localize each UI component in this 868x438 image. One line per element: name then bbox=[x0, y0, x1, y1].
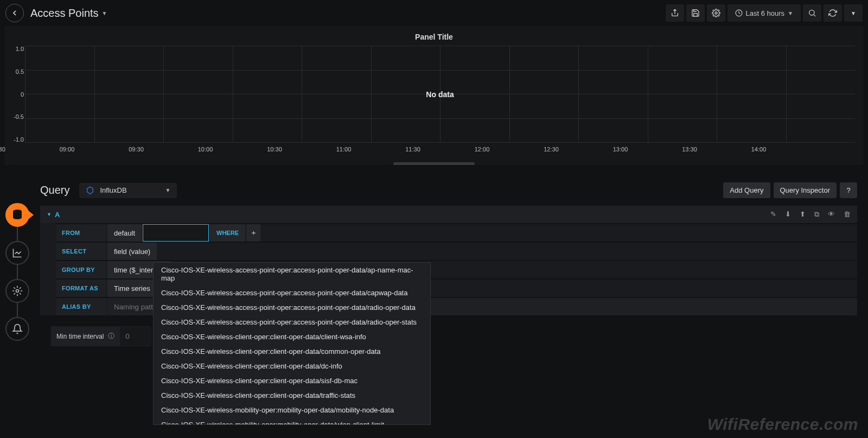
back-button[interactable] bbox=[5, 4, 24, 22]
page-title-text: Access Points bbox=[30, 7, 99, 20]
query-header[interactable]: ▼ A ✎ ⬇ ⬆ ⧉ 👁 🗑 bbox=[40, 206, 857, 223]
query-tools: ✎ ⬇ ⬆ ⧉ 👁 🗑 bbox=[770, 210, 851, 219]
y-tick: -0.5 bbox=[12, 113, 24, 120]
y-tick: 0.5 bbox=[12, 68, 24, 75]
add-query-button[interactable]: Add Query bbox=[723, 182, 770, 198]
toggle-visibility-icon[interactable]: 👁 bbox=[828, 210, 835, 219]
query-letter-text: A bbox=[55, 211, 60, 219]
x-tick: 11:00 bbox=[336, 146, 406, 153]
chart[interactable]: 1.0 0.5 0 -0.5 -1.0 No data 08:30 09:00 … bbox=[25, 46, 855, 151]
edit-icon[interactable]: ✎ bbox=[770, 210, 776, 219]
x-tick: 08:30 bbox=[0, 146, 60, 153]
chevron-down-icon: ▼ bbox=[47, 212, 52, 217]
min-interval-label: Min time interval bbox=[56, 333, 104, 340]
editor-side-tabs bbox=[5, 203, 29, 341]
x-tick: 10:30 bbox=[267, 146, 336, 153]
tab-general[interactable] bbox=[5, 279, 29, 303]
refresh-button[interactable] bbox=[824, 4, 842, 22]
dropdown-item[interactable]: Cisco-IOS-XE-wireless-access-point-oper:… bbox=[154, 285, 430, 300]
clock-icon bbox=[735, 9, 743, 17]
topbar: Access Points ▼ Last 6 hours ▼ ▼ bbox=[0, 0, 868, 26]
x-tick: 09:30 bbox=[129, 146, 198, 153]
editor-title: Query bbox=[40, 184, 69, 196]
dropdown-item[interactable]: Cisco-IOS-XE-wireless-access-point-oper:… bbox=[154, 263, 430, 285]
dropdown-item[interactable]: Cisco-IOS-XE-wireless-client-oper:client… bbox=[154, 359, 430, 373]
measurement-input[interactable] bbox=[143, 224, 209, 242]
y-axis-ticks: 1.0 0.5 0 -0.5 -1.0 bbox=[12, 46, 24, 143]
arrow-left-icon bbox=[10, 9, 19, 17]
x-tick: 13:30 bbox=[682, 146, 751, 153]
where-label: WHERE bbox=[210, 224, 245, 242]
svg-point-0 bbox=[715, 12, 717, 14]
save-button[interactable] bbox=[686, 4, 705, 22]
no-data-label: No data bbox=[426, 90, 454, 99]
chevron-down-icon: ▼ bbox=[851, 10, 856, 16]
tab-alert[interactable] bbox=[5, 317, 29, 341]
x-tick: 12:00 bbox=[475, 146, 544, 153]
refresh-icon bbox=[828, 9, 837, 17]
gear-icon bbox=[12, 285, 23, 296]
chevron-down-icon: ▼ bbox=[165, 187, 171, 193]
x-axis-ticks: 08:30 09:00 09:30 10:00 10:30 11:00 11:3… bbox=[25, 146, 855, 153]
select-field[interactable]: field (value) bbox=[107, 243, 157, 260]
scrollbar[interactable] bbox=[393, 162, 475, 165]
tab-query[interactable] bbox=[5, 203, 29, 227]
dropdown-item[interactable]: Cisco-IOS-XE-wireless-client-oper:client… bbox=[154, 329, 430, 344]
search-icon bbox=[808, 9, 816, 17]
move-up-icon[interactable]: ⬆ bbox=[800, 210, 806, 219]
dropdown-item[interactable]: Cisco-IOS-XE-wireless-access-point-oper:… bbox=[154, 300, 430, 315]
x-tick: 10:00 bbox=[198, 146, 267, 153]
zoom-out-button[interactable] bbox=[803, 4, 821, 22]
y-tick: -1.0 bbox=[12, 136, 24, 143]
query-inspector-button[interactable]: Query Inspector bbox=[774, 182, 837, 198]
datasource-selector[interactable]: InfluxDB ▼ bbox=[79, 183, 177, 198]
chevron-down-icon: ▼ bbox=[788, 10, 793, 16]
settings-button[interactable] bbox=[707, 4, 725, 22]
share-icon bbox=[671, 9, 679, 17]
x-tick: 09:00 bbox=[60, 146, 129, 153]
dropdown-item[interactable]: Cisco-IOS-XE-wireless-client-oper:client… bbox=[154, 388, 430, 403]
refresh-interval-button[interactable]: ▼ bbox=[844, 4, 863, 22]
dropdown-item[interactable]: Cisco-IOS-XE-wireless-client-oper:client… bbox=[154, 344, 430, 359]
influxdb-icon bbox=[86, 186, 94, 195]
gear-icon bbox=[712, 9, 720, 17]
measurement-dropdown: Cisco-IOS-XE-wireless-access-point-oper:… bbox=[153, 262, 431, 425]
dropdown-item[interactable]: Cisco-IOS-XE-wireless-client-oper:client… bbox=[154, 373, 430, 388]
x-tick: 14:00 bbox=[751, 146, 821, 153]
x-tick: 11:30 bbox=[405, 146, 475, 153]
database-icon bbox=[11, 209, 23, 221]
help-button[interactable]: ? bbox=[840, 182, 857, 198]
time-range-text: Last 6 hours bbox=[746, 9, 785, 17]
select-label: SELECT bbox=[56, 243, 106, 260]
tab-visualization[interactable] bbox=[5, 241, 29, 265]
delete-icon[interactable]: 🗑 bbox=[844, 210, 851, 219]
dropdown-item[interactable]: Cisco-IOS-XE-wireless-mobility-oper:mobi… bbox=[154, 417, 430, 425]
from-label: FROM bbox=[56, 224, 106, 242]
svg-point-2 bbox=[809, 10, 814, 15]
query-letter: ▼ A bbox=[47, 211, 60, 219]
groupby-label: GROUP BY bbox=[56, 261, 106, 278]
dropdown-item[interactable]: Cisco-IOS-XE-wireless-mobility-oper:mobi… bbox=[154, 403, 430, 417]
add-where-button[interactable]: ＋ bbox=[246, 224, 260, 242]
panel: Panel Title 1.0 0.5 0 -0.5 -1.0 No data … bbox=[4, 26, 864, 165]
retention-policy[interactable]: default bbox=[107, 224, 142, 242]
info-icon[interactable]: ⓘ bbox=[108, 332, 114, 341]
dropdown-item[interactable]: Cisco-IOS-XE-wireless-access-point-oper:… bbox=[154, 315, 430, 329]
duplicate-icon[interactable]: ⧉ bbox=[814, 210, 819, 219]
chevron-down-icon: ▼ bbox=[102, 10, 107, 16]
svg-point-4 bbox=[16, 290, 19, 293]
save-icon bbox=[691, 9, 700, 17]
y-tick: 1.0 bbox=[12, 46, 24, 52]
min-interval-input[interactable] bbox=[120, 327, 151, 346]
watermark: WifiReference.com bbox=[707, 415, 858, 434]
time-picker[interactable]: Last 6 hours ▼ bbox=[727, 4, 801, 22]
panel-title: Panel Title bbox=[13, 30, 855, 43]
share-button[interactable] bbox=[666, 4, 684, 22]
page-title[interactable]: Access Points ▼ bbox=[30, 7, 107, 20]
move-down-icon[interactable]: ⬇ bbox=[785, 210, 791, 219]
from-row: FROM default WHERE ＋ bbox=[56, 223, 857, 242]
min-time-interval: Min time interval ⓘ bbox=[51, 326, 151, 346]
aliasby-label: ALIAS BY bbox=[56, 298, 106, 315]
formatas-value[interactable]: Time series bbox=[107, 280, 157, 297]
y-tick: 0 bbox=[12, 91, 24, 98]
